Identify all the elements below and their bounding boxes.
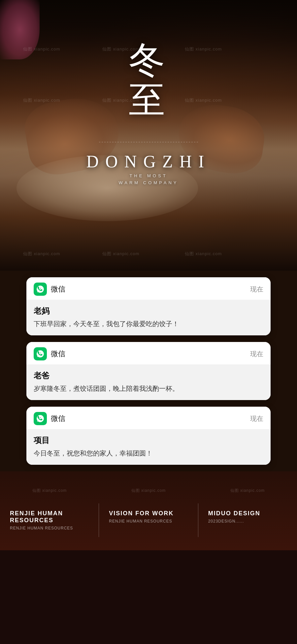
footer-wm-3: 仙图 xianpic.com (230, 488, 265, 493)
notif-header-1: 微信 现在 (26, 277, 271, 300)
hero-section: 仙图 xianpic.com 仙图 xianpic.com 仙图 xianpic… (0, 0, 297, 271)
footer-brands-container: RENJIE HUMAN RESOURCES RENJIE HUMAN RESO… (0, 503, 297, 537)
notif-time-1: 现在 (250, 285, 263, 294)
notif-header-2: 微信 现在 (26, 342, 271, 364)
wechat-icon-1 (34, 283, 47, 296)
notif-sender-3: 项目 (34, 435, 263, 446)
decorative-divider (99, 142, 198, 142)
notif-header-left-3: 微信 (34, 412, 65, 425)
subtitle-line1: THE MOST (86, 173, 211, 178)
notif-app-3: 微信 (51, 414, 65, 424)
subtitle-line2: WARM COMPANY (86, 180, 211, 185)
wechat-svg-1 (36, 285, 45, 293)
notif-time-3: 现在 (250, 414, 263, 423)
notif-header-left-2: 微信 (34, 347, 65, 360)
footer-brand-sub-1: RENJIE HUMAN RESOURCES (10, 526, 89, 530)
notif-sender-1: 老妈 (34, 306, 263, 316)
title-english-container: DONGZHI THE MOST WARM COMPANY (86, 152, 211, 185)
notif-message-2: 岁寒隆冬至，煮饺话团圆，晚上陪着我浅酌一杯。 (34, 384, 263, 393)
title-dongzhi: DONGZHI (86, 152, 211, 171)
notif-body-2: 老爸 岁寒隆冬至，煮饺话团圆，晚上陪着我浅酌一杯。 (26, 364, 271, 400)
footer-wm-1: 仙图 xianpic.com (32, 488, 67, 493)
notif-sender-2: 老爸 (34, 370, 263, 381)
notif-message-1: 下班早回家，今天冬至，我包了你最爱吃的饺子！ (34, 319, 263, 329)
footer-brand-1: RENJIE HUMAN RESOURCES RENJIE HUMAN RESO… (0, 503, 99, 537)
notif-body-1: 老妈 下班早回家，今天冬至，我包了你最爱吃的饺子！ (26, 300, 271, 335)
wechat-svg-3 (36, 414, 45, 423)
notif-body-3: 项目 今日冬至，祝您和您的家人，幸福团圆！ (26, 429, 271, 465)
sleeve-decoration (0, 0, 40, 59)
footer-brand-sub-3: 2023DESIGN...... (208, 519, 287, 524)
footer-brand-name-3: MIDUO DESIGN (208, 510, 287, 517)
wechat-svg-2 (36, 350, 45, 358)
footer-brand-name-2: VISION FOR WORK (109, 510, 188, 517)
footer-section: 仙图 xianpic.com 仙图 xianpic.com 仙图 xianpic… (0, 471, 297, 550)
notif-header-3: 微信 现在 (26, 407, 271, 429)
title-char-dong: 冬 (129, 40, 168, 80)
notif-app-2: 微信 (51, 349, 65, 359)
notifications-section: 微信 现在 老妈 下班早回家，今天冬至，我包了你最爱吃的饺子！ 微信 现在 老爸… (0, 271, 297, 471)
notif-app-1: 微信 (51, 284, 65, 294)
title-char-zhi: 至 (129, 80, 168, 119)
wechat-icon-3 (34, 412, 47, 425)
notif-message-3: 今日冬至，祝您和您的家人，幸福团圆！ (34, 448, 263, 458)
footer-wm-2: 仙图 xianpic.com (131, 488, 166, 493)
footer-watermarks: 仙图 xianpic.com 仙图 xianpic.com 仙图 xianpic… (0, 488, 297, 493)
notification-card-1: 微信 现在 老妈 下班早回家，今天冬至，我包了你最爱吃的饺子！ (26, 277, 271, 335)
wechat-icon-2 (34, 347, 47, 360)
footer-brand-name-1: RENJIE HUMAN RESOURCES (10, 510, 89, 524)
footer-brand-3: MIDUO DESIGN 2023DESIGN...... (198, 503, 297, 537)
footer-brand-2: VISION FOR WORK RENJIE HUMAN RESOURCES (99, 503, 198, 537)
title-chinese: 冬 至 (129, 40, 168, 119)
notification-card-2: 微信 现在 老爸 岁寒隆冬至，煮饺话团圆，晚上陪着我浅酌一杯。 (26, 342, 271, 400)
notification-card-3: 微信 现在 项目 今日冬至，祝您和您的家人，幸福团圆！ (26, 407, 271, 465)
notif-time-2: 现在 (250, 350, 263, 358)
notif-header-left-1: 微信 (34, 283, 65, 296)
footer-brand-sub-2: RENJIE HUMAN RESOURCES (109, 519, 188, 524)
